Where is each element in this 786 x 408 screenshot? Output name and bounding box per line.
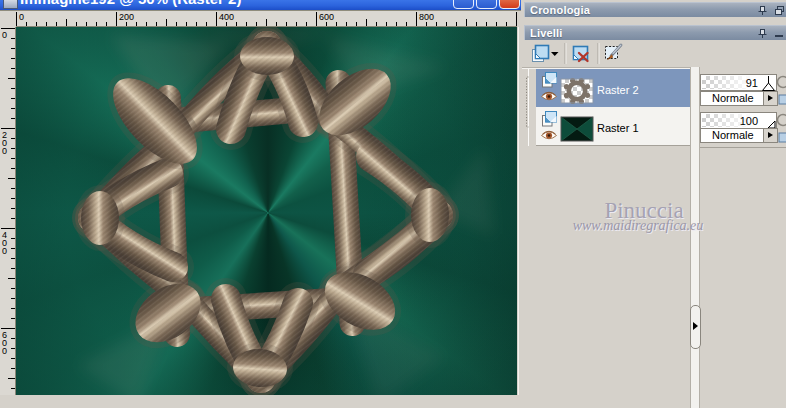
svg-text:400: 400	[219, 12, 234, 22]
svg-text:600: 600	[319, 12, 334, 22]
svg-text:0: 0	[19, 12, 24, 22]
svg-text:0: 0	[2, 246, 7, 256]
svg-text:0: 0	[2, 346, 7, 356]
svg-text:0: 0	[2, 30, 7, 40]
svg-text:200: 200	[119, 12, 134, 22]
svg-text:800: 800	[419, 12, 434, 22]
svg-text:91: 91	[746, 77, 758, 89]
svg-text:100: 100	[740, 115, 758, 127]
svg-text:0: 0	[2, 146, 7, 156]
